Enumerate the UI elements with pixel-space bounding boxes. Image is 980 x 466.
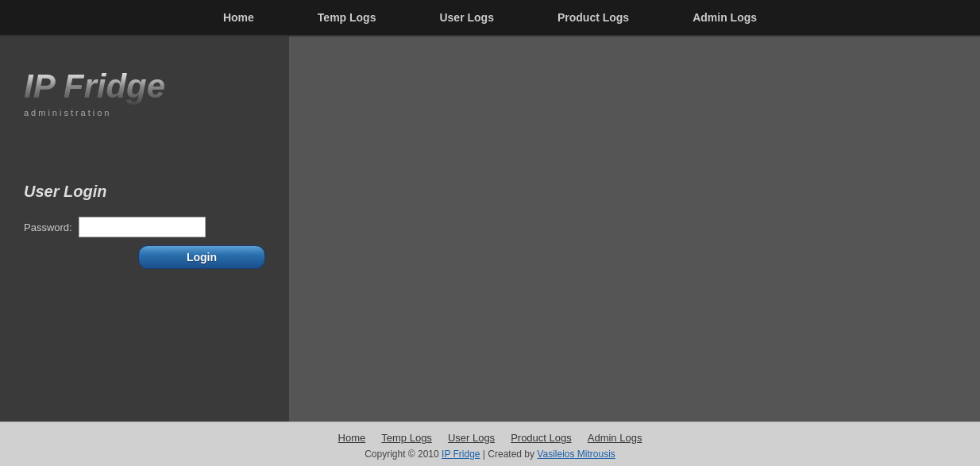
sidebar: IP Fridge administration User Login Pass…	[0, 37, 290, 422]
login-title: User Login	[24, 183, 265, 201]
footer-user-logs[interactable]: User Logs	[448, 432, 495, 444]
nav-product-logs[interactable]: Product Logs	[558, 11, 629, 24]
password-label: Password:	[24, 221, 72, 233]
password-input[interactable]	[79, 217, 206, 237]
footer-brand-link[interactable]: IP Fridge	[442, 449, 480, 460]
app-logo: IP Fridge	[24, 68, 265, 105]
top-navigation: Home Temp Logs User Logs Product Logs Ad…	[0, 0, 980, 37]
password-row: Password:	[24, 217, 265, 237]
footer-product-logs[interactable]: Product Logs	[511, 432, 572, 444]
creator-text: | Created by	[480, 449, 538, 460]
footer-admin-logs[interactable]: Admin Logs	[588, 432, 642, 444]
footer-temp-logs[interactable]: Temp Logs	[381, 432, 432, 444]
footer-creator-link[interactable]: Vasileios Mitrousis	[537, 449, 615, 460]
admin-subtitle: administration	[24, 108, 111, 117]
nav-admin-logs[interactable]: Admin Logs	[693, 11, 757, 24]
login-button-row: Login	[81, 245, 265, 269]
footer-home[interactable]: Home	[338, 432, 366, 444]
footer-copyright: Copyright © 2010 IP Fridge | Created by …	[0, 449, 980, 460]
content-area	[290, 37, 980, 422]
footer-links: Home Temp Logs User Logs Product Logs Ad…	[0, 432, 980, 444]
copyright-text: Copyright © 2010	[365, 449, 442, 460]
login-button[interactable]: Login	[138, 245, 265, 269]
logo-area: IP Fridge administration	[24, 68, 265, 119]
nav-home[interactable]: Home	[223, 11, 254, 24]
footer: Home Temp Logs User Logs Product Logs Ad…	[0, 422, 980, 466]
nav-user-logs[interactable]: User Logs	[439, 11, 493, 24]
login-section: User Login Password: Login	[24, 183, 265, 269]
main-wrapper: IP Fridge administration User Login Pass…	[0, 37, 980, 422]
nav-temp-logs[interactable]: Temp Logs	[318, 11, 376, 24]
